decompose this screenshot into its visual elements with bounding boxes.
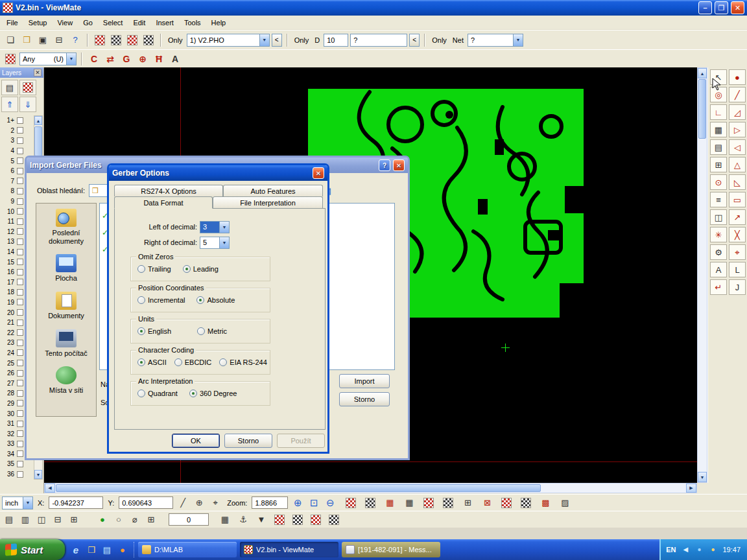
triangle-left-tool-icon[interactable]: ◁	[729, 139, 746, 155]
layer-visibility-checkbox[interactable]	[17, 370, 23, 377]
unit-combo[interactable]: inch ▼	[2, 496, 33, 509]
language-indicator[interactable]: EN	[666, 546, 676, 554]
tray-update-icon[interactable]: ●	[693, 544, 705, 555]
origin-target-icon[interactable]: ⊕	[136, 52, 150, 66]
tab-rs274x-options[interactable]: RS274-X Options	[114, 185, 223, 196]
layer-visibility-checkbox[interactable]	[17, 421, 23, 427]
menu-select[interactable]: Select	[98, 17, 128, 29]
right-decimal-combo[interactable]: 5 ▼	[200, 237, 230, 249]
dialog-help-icon[interactable]: ?	[379, 159, 390, 171]
axis-target-icon[interactable]: ⌖	[208, 496, 222, 510]
fill-tool-icon[interactable]: ▦	[710, 122, 727, 137]
tab-auto-features[interactable]: Auto Features	[223, 185, 323, 196]
aperture-pattern-icon-5[interactable]	[499, 496, 514, 510]
canvas-horizontal-scrollbar[interactable]: ◀ ▶	[44, 483, 697, 493]
hatch-grid-icon-2[interactable]: ▨	[558, 496, 572, 510]
circle-tool-icon[interactable]: ⊙	[710, 174, 727, 190]
layer-down-icon[interactable]: ⇓	[19, 97, 36, 112]
layer-visibility-checkbox[interactable]	[17, 441, 23, 447]
layer-visibility-checkbox[interactable]	[17, 410, 23, 417]
zoom-value-field[interactable]: 1.8866	[252, 496, 288, 509]
scroll-up-icon[interactable]: ▲	[698, 68, 707, 78]
menu-view[interactable]: View	[52, 17, 78, 29]
layer-visibility-checkbox[interactable]	[17, 158, 23, 164]
layer-visibility-checkbox[interactable]	[17, 239, 23, 245]
aperture-grid-icon[interactable]	[3, 52, 18, 66]
layer-visibility-checkbox[interactable]	[17, 299, 23, 305]
layers-panel-header[interactable]: Layers ✕	[0, 67, 43, 78]
scroll-down-icon[interactable]: ▼	[34, 470, 42, 479]
j-text-tool-icon[interactable]: J	[729, 279, 746, 295]
import-cancel-button[interactable]: Storno	[339, 392, 390, 406]
target-tool-icon[interactable]: ⌖	[729, 244, 746, 260]
layer-visibility-checkbox[interactable]	[17, 259, 23, 265]
triangle-right-tool-icon[interactable]: ▷	[729, 122, 746, 137]
radio-trailing[interactable]: Trailing	[137, 265, 171, 273]
layer-visibility-checkbox[interactable]	[17, 127, 23, 134]
layer-visibility-checkbox[interactable]	[17, 198, 23, 205]
diameter-icon[interactable]: ⌀	[128, 513, 142, 527]
vertical-scrollbar-thumb[interactable]	[698, 79, 706, 139]
folder-quicklaunch-icon[interactable]: ❒	[86, 544, 97, 555]
print-icon[interactable]: ⊟	[52, 33, 66, 47]
layer-visibility-checkbox[interactable]	[17, 249, 23, 255]
menu-insert[interactable]: Insert	[150, 17, 179, 29]
c-command-icon[interactable]: C	[87, 52, 101, 66]
layer-visibility-checkbox[interactable]	[17, 188, 23, 194]
layer-prev-button[interactable]: <	[272, 34, 282, 47]
new-file-icon[interactable]: ❏	[3, 33, 18, 47]
lines-tool-icon[interactable]: ≡	[710, 192, 727, 207]
x-coordinate-field[interactable]: -0.942237	[49, 496, 103, 509]
place-documents[interactable]: Dokumenty	[38, 292, 95, 320]
dcode-prev-button[interactable]: <	[409, 34, 420, 47]
menu-go[interactable]: Go	[78, 17, 98, 29]
star-tool-icon[interactable]: ✳	[710, 227, 727, 242]
chevron-down-icon[interactable]: ▼	[23, 497, 32, 509]
layer-visibility-checkbox[interactable]	[17, 168, 23, 174]
layer-visibility-checkbox[interactable]	[17, 279, 23, 285]
dot-grid-icon[interactable]: ▦	[218, 513, 232, 527]
chevron-down-icon[interactable]: ▼	[513, 34, 523, 46]
copy-layer-icon[interactable]: ▤	[2, 513, 16, 527]
layer-table-icon[interactable]	[109, 33, 123, 47]
layer-visibility-checkbox[interactable]	[17, 430, 23, 437]
place-my-computer[interactable]: Tento počítač	[38, 329, 95, 358]
minimize-button[interactable]: –	[698, 1, 712, 14]
radio-leading[interactable]: Leading	[183, 265, 219, 273]
layer-visibility-checkbox[interactable]	[17, 137, 23, 144]
only-dcode-label[interactable]: Only	[292, 36, 311, 44]
h-command-icon[interactable]: Ħ	[152, 52, 166, 66]
aperture-filter-combo[interactable]: Any (U) ▼	[19, 52, 77, 65]
pad-grid-icon-2[interactable]: ▦	[402, 496, 416, 510]
tab-file-interpretation[interactable]: File Interpretation	[213, 196, 323, 208]
layer-row[interactable]: 3	[0, 135, 34, 146]
menu-setup[interactable]: Setup	[23, 17, 53, 29]
grid-tool-icon[interactable]: ⊞	[710, 157, 727, 172]
layer-visibility-checkbox[interactable]	[17, 117, 23, 124]
origin-tool-icon[interactable]: ⊕	[192, 496, 206, 510]
grid-large-icon-1[interactable]: ⊞	[460, 496, 475, 510]
radio-eia-rs244[interactable]: EIA RS-244	[219, 358, 267, 366]
aperture-pattern-icon-1[interactable]	[344, 496, 358, 510]
menu-edit[interactable]: Edit	[128, 17, 150, 29]
layer-visibility-checkbox[interactable]	[17, 360, 23, 366]
layer-combo[interactable]: 1) V2.PHO ▼	[187, 34, 270, 47]
sel-pattern-icon-1[interactable]	[272, 513, 287, 527]
add-layer-icon[interactable]: ⊞	[67, 513, 81, 527]
chevron-down-icon[interactable]: ▼	[219, 237, 229, 248]
highlight-off-icon[interactable]: ○	[112, 513, 126, 527]
dialog-close-icon[interactable]: ✕	[393, 159, 405, 171]
layer-row[interactable]: 4	[0, 146, 34, 156]
hatch-tool-icon[interactable]: ▤	[710, 139, 727, 155]
net-combo[interactable]: ? ▼	[468, 34, 523, 47]
dcode-grid-icon[interactable]	[125, 33, 139, 47]
desktop-quicklaunch-icon[interactable]: ▤	[101, 544, 113, 555]
swap-layer-icon[interactable]: ◫	[34, 513, 49, 527]
layer-visibility-checkbox[interactable]	[17, 380, 23, 386]
radio-360-degree[interactable]: 360 Degree	[189, 390, 237, 397]
net-grid-icon[interactable]	[141, 33, 156, 47]
aperture-pattern-icon-6[interactable]	[519, 496, 533, 510]
hatch-grid-icon-1[interactable]: ▩	[538, 496, 552, 510]
anchor-icon[interactable]: ⚓	[236, 513, 250, 527]
dcode-value-field[interactable]: 10	[324, 34, 348, 47]
